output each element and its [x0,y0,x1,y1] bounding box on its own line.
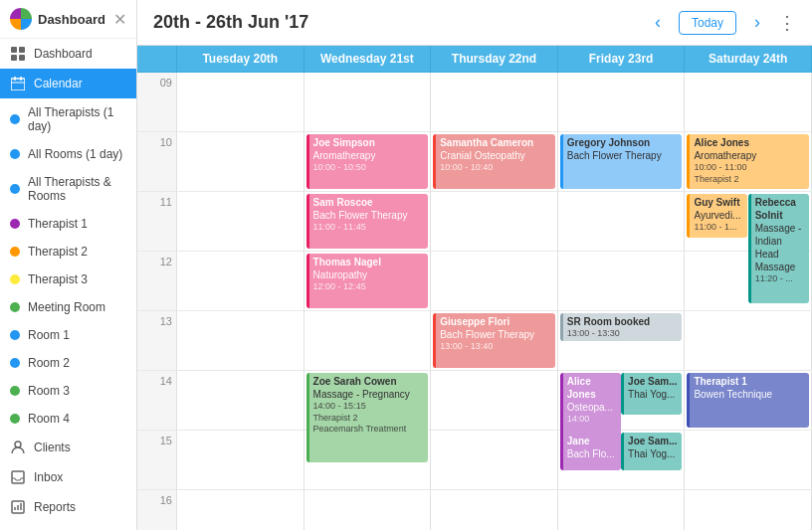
today-button[interactable]: Today [679,11,736,35]
time-column-header [137,46,177,72]
sidebar: Dashboard ✕ Dashboard Calendar All Thera… [0,0,137,530]
cell-tue-15 [177,431,304,490]
sidebar-filter-all-therapists-1day[interactable]: All Therapists (1 day) [0,98,136,140]
filter-dot [10,358,20,368]
sidebar-filter-room-2[interactable]: Room 2 [0,349,136,377]
event-gregory-johnson[interactable]: Gregory Johnson Bach Flower Therapy [560,134,683,189]
app-name: Dashboard [38,12,105,27]
filter-label: All Rooms (1 day) [28,147,122,161]
filter-dot [10,219,20,229]
filter-dot [10,247,20,257]
close-button[interactable]: ✕ [113,10,126,29]
event-sr-room[interactable]: SR Room booked 13:00 - 13:30 [560,313,683,341]
dashboard-label: Dashboard [34,47,93,61]
event-giuseppe-flori[interactable]: Giuseppe Flori Bach Flower Therapy 13:00… [433,313,555,368]
cell-wed-13 [304,311,432,371]
svg-rect-1 [19,47,25,53]
day-header-wednesday: Wednesday 21st [304,46,432,72]
clients-label: Clients [34,441,71,454]
calendar-icon [10,76,26,91]
event-joe-simpson[interactable]: Joe Simpson Aromatherapy 10:00 - 10:50 [306,134,429,189]
cell-thu-11 [431,192,558,252]
day-header-saturday: Saturday 24th [685,46,812,72]
cell-thu-14 [431,371,558,431]
more-options-button[interactable]: ⋮ [778,12,796,34]
filter-dot [10,149,20,159]
inbox-icon [10,469,26,485]
sidebar-filter-therapist-3[interactable]: Therapist 3 [0,265,136,293]
time-13: 13 [137,311,177,371]
filter-dot [10,414,20,424]
sidebar-filter-room-4[interactable]: Room 4 [0,405,136,433]
sidebar-item-clients[interactable]: Clients [0,433,136,462]
sidebar-filter-therapist-1[interactable]: Therapist 1 [0,210,136,238]
cell-fri-10: Gregory Johnson Bach Flower Therapy [558,132,686,192]
event-zoe-cowen[interactable]: Zoe Sarah Cowen Massage - Pregnancy 14:0… [306,373,429,462]
filter-dot [10,330,20,340]
prev-button[interactable]: ‹ [649,10,667,35]
day-headers-row: Tuesday 20th Wednesday 21st Thursday 22n… [137,46,812,73]
cell-thu-10: Samantha Cameron Cranial Osteopathy 10:0… [431,132,558,192]
logo-icon [10,8,32,30]
sidebar-item-online-booking[interactable]: Online Booking [0,522,136,530]
cell-wed-11: Sam Roscoe Bach Flower Therapy 11:00 - 1… [304,192,432,252]
calendar-header: 20th - 26th Jun '17 ‹ Today › ⋮ [137,0,812,46]
cell-fri-09 [558,73,686,132]
cell-thu-13: Giuseppe Flori Bach Flower Therapy 13:00… [431,311,558,371]
filter-label: Meeting Room [28,300,105,314]
time-09: 09 [137,73,177,132]
cell-tue-09 [177,73,304,132]
cell-wed-12: Thomas Nagel Naturopathy 12:00 - 12:45 [304,252,432,311]
sidebar-filter-all-rooms-1day[interactable]: All Rooms (1 day) [0,140,136,168]
svg-rect-0 [11,47,17,53]
time-11: 11 [137,192,177,252]
app-logo: Dashboard [10,8,105,30]
sidebar-item-dashboard[interactable]: Dashboard [0,39,136,69]
cell-thu-16 [431,490,558,530]
sidebar-item-calendar[interactable]: Calendar [0,69,136,98]
cell-fri-13: SR Room booked 13:00 - 13:30 [558,311,686,371]
cell-fri-14: Alice Jones Osteopa... 14:00 Joe Sam... … [558,371,686,431]
time-14: 14 [137,371,177,431]
cell-tue-13 [177,311,304,371]
filter-label: Therapist 3 [28,272,88,286]
cell-wed-14: Zoe Sarah Cowen Massage - Pregnancy 14:0… [304,371,432,431]
dashboard-icon [10,46,26,62]
cell-wed-16 [304,490,432,530]
day-header-friday: Friday 23rd [558,46,686,72]
event-alice-jones-sat[interactable]: Alice Jones Aromatherapy 10:00 - 11:00 T… [687,134,809,189]
next-button[interactable]: › [748,10,766,35]
cell-sat-13 [685,311,812,371]
cell-sat-14: Therapist 1 Bowen Technique [685,371,812,431]
event-guy-swift[interactable]: Guy Swift Ayurvedi... 11:00 - 1... [687,194,747,238]
sidebar-filter-room-1[interactable]: Room 1 [0,321,136,349]
sidebar-header: Dashboard ✕ [0,0,136,39]
cell-sat-10: Alice Jones Aromatherapy 10:00 - 11:00 T… [685,132,812,192]
event-joe-sam-fri[interactable]: Joe Sam... Thai Yog... [621,373,682,415]
filter-label: Room 3 [28,384,70,398]
filter-dot [10,302,20,312]
filter-dot [10,274,20,284]
event-samantha-cameron[interactable]: Samantha Cameron Cranial Osteopathy 10:0… [433,134,555,189]
time-16: 16 [137,490,177,530]
day-header-thursday: Thursday 22nd [431,46,558,72]
sidebar-filter-therapist-2[interactable]: Therapist 2 [0,238,136,265]
cell-tue-12 [177,252,304,311]
sidebar-filter-room-3[interactable]: Room 3 [0,377,136,405]
event-therapist1-sat[interactable]: Therapist 1 Bowen Technique [687,373,809,428]
event-rebecca-solnit[interactable]: Rebecca Solnit Massage - Indian Head Mas… [748,194,809,303]
cell-tue-14 [177,371,304,431]
sidebar-navigation: Dashboard Calendar All Therapists (1 day… [0,39,136,530]
event-jane-fri[interactable]: Jane Bach Flo... [560,433,621,470]
svg-point-8 [15,442,21,447]
event-joe-sam-fri-2[interactable]: Joe Sam... Thai Yog... [621,433,682,470]
sidebar-item-inbox[interactable]: Inbox [0,462,136,492]
sidebar-filter-meeting-room[interactable]: Meeting Room [0,293,136,321]
time-15: 15 [137,431,177,490]
event-thomas-nagel[interactable]: Thomas Nagel Naturopathy 12:00 - 12:45 [306,254,429,308]
filter-dot [10,386,20,396]
sidebar-item-reports[interactable]: Reports [0,492,136,522]
cell-fri-16 [558,490,686,530]
sidebar-filter-all-therapists-rooms[interactable]: All Therapists & Rooms [0,168,136,210]
event-sam-roscoe[interactable]: Sam Roscoe Bach Flower Therapy 11:00 - 1… [306,194,429,249]
